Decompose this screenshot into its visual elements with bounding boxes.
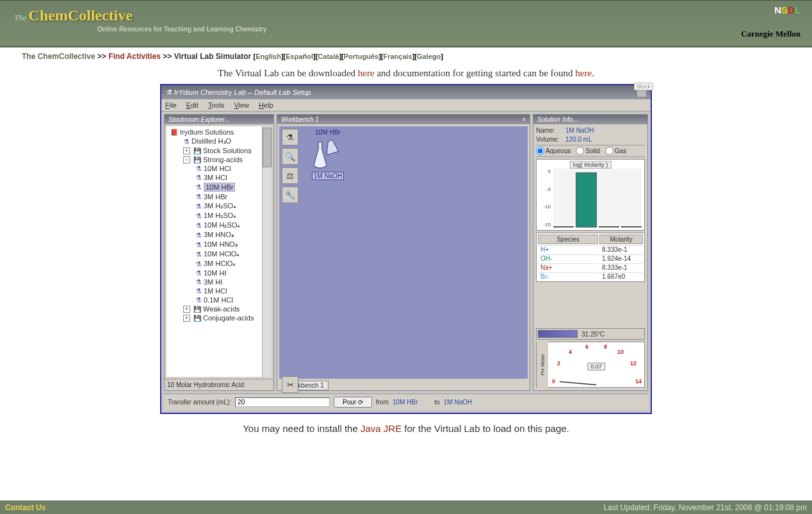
- temperature-value: 31.25°C: [581, 331, 605, 338]
- tree-item[interactable]: Distilled H₂O: [166, 137, 272, 146]
- language-switcher: [English][Español][Català][Português][Fr…: [254, 53, 444, 60]
- window-title: IrYdium Chemistry Lab -- Default Lab Set…: [174, 88, 311, 96]
- scroll-thumb[interactable]: [263, 128, 272, 167]
- lang-portugues[interactable]: Português: [344, 53, 378, 60]
- tool-new-flask[interactable]: ⚗: [282, 129, 298, 145]
- chart-bar: [621, 226, 642, 228]
- pour-button[interactable]: Pour ⟳: [334, 397, 372, 408]
- menu-edit[interactable]: Edit: [186, 101, 199, 109]
- intro-text: The Virtual Lab can be downloaded here a…: [0, 65, 812, 84]
- tree-acid-item[interactable]: 3M HClO₄: [166, 259, 272, 269]
- breadcrumb-current: Virtual Lab Simulator: [174, 52, 251, 61]
- flask-icon: [195, 165, 202, 172]
- close-icon[interactable]: ×: [522, 116, 526, 123]
- ph-meter-label: PH Meter: [537, 341, 548, 388]
- tree-acid-item[interactable]: 3M HNO₃: [166, 230, 272, 240]
- tree-acid-item[interactable]: 3M H₂SO₄: [166, 201, 272, 211]
- app-icon: ⚗: [165, 88, 172, 97]
- workbench-tabs: Workbench 1: [279, 381, 528, 390]
- titlebar: ⚗ IrYdium Chemistry Lab -- Default Lab S…: [161, 85, 651, 99]
- chart-bar: [599, 226, 619, 228]
- tool-settings[interactable]: 🔧: [282, 187, 298, 203]
- breadcrumb: The ChemCollective >> Find Activities >>…: [0, 47, 812, 65]
- tree-item[interactable]: −Strong-acids: [166, 155, 272, 164]
- tree-item[interactable]: +Stock Solutions: [166, 146, 272, 155]
- flask-icon: [195, 278, 202, 286]
- lang-catala[interactable]: Català: [318, 53, 339, 60]
- stockroom-status: 10 Molar Hydrobromic Acid: [165, 379, 273, 390]
- menu-file[interactable]: File: [165, 101, 177, 109]
- species-row: H+8.333e-1: [538, 245, 643, 253]
- solution-panel: Solution Info... Name:1M NaOH Volume:120…: [533, 114, 648, 391]
- tree-item[interactable]: +Conjugate-acids: [166, 313, 272, 322]
- flask-icon: [195, 174, 202, 181]
- tree-acid-item[interactable]: 3M HI: [166, 278, 272, 286]
- logo-subtitle: Online Resources for Teaching and Learni…: [97, 26, 812, 33]
- transfer-to[interactable]: 1M NaOH: [444, 399, 472, 406]
- tree-acid-item[interactable]: 10M HCl: [166, 164, 272, 173]
- tool-discard[interactable]: ✂: [282, 376, 298, 393]
- lang-galego[interactable]: Galego: [417, 53, 441, 60]
- tool-view[interactable]: 🔍: [282, 148, 298, 165]
- tree-acid-item[interactable]: 10M HClO₄: [166, 249, 272, 259]
- logo-prefix: The: [14, 13, 27, 22]
- chart-bar: [576, 172, 596, 228]
- tree-acid-item[interactable]: 1M HCl: [166, 286, 272, 295]
- tree-acid-item[interactable]: 0.1M HCl: [166, 295, 272, 304]
- tree-acid-item[interactable]: 10M HI: [166, 269, 272, 278]
- temperature-display: 31.25°C: [536, 328, 645, 340]
- transfer-amount-input[interactable]: [235, 397, 330, 407]
- tree-root[interactable]: Irydium Solutions: [166, 128, 272, 137]
- scrollbar[interactable]: [262, 126, 272, 377]
- lang-english[interactable]: English: [256, 53, 281, 60]
- flask-group[interactable]: 10M HBr 1M NaOH: [310, 129, 346, 180]
- phase-aqueous[interactable]: Aqueous: [536, 147, 571, 155]
- expand-icon[interactable]: +: [183, 306, 190, 313]
- logo: The ChemCollective Online Resources for …: [0, 1, 812, 33]
- tree-acid-item[interactable]: 10M HNO₃: [166, 240, 272, 249]
- disk-icon: [193, 147, 201, 154]
- tree-acid-item[interactable]: 3M HBr: [166, 192, 272, 201]
- menu-tools[interactable]: Tools: [208, 101, 225, 109]
- expand-icon[interactable]: +: [183, 315, 190, 322]
- tree-acid-item[interactable]: 3M HCl: [166, 173, 272, 182]
- tree-acid-item[interactable]: 10M H₂SO₄: [166, 220, 272, 230]
- transfer-from[interactable]: 10M HBr: [393, 399, 418, 406]
- chart-bar: [553, 226, 574, 228]
- flask-icon: [195, 251, 202, 258]
- tool-mix[interactable]: ⚖: [282, 167, 298, 184]
- block-badge[interactable]: Block: [634, 83, 653, 90]
- species-row: Na+8.333e-1: [538, 263, 643, 271]
- menu-help[interactable]: Help: [259, 101, 273, 109]
- nsdl-logo: NSDL: [774, 4, 800, 15]
- stockroom-panel: Stockroom Explorer... Irydium Solutions …: [164, 114, 274, 391]
- lang-francais[interactable]: Français: [383, 53, 412, 60]
- java-jre-link[interactable]: Java JRE: [361, 423, 402, 434]
- breadcrumb-root[interactable]: The ChemCollective: [22, 52, 95, 61]
- stockroom-tree[interactable]: Irydium Solutions Distilled H₂O +Stock S…: [166, 126, 272, 377]
- flask-label-2-selected[interactable]: 1M NaOH: [312, 172, 344, 180]
- workbench-panel: Workbench 1× ⚗ 🔍 ⚖ 🔧 ✂ 10M HBr 1M NaOH: [277, 114, 530, 391]
- tree-acid-item[interactable]: 1M H₂SO₄: [166, 211, 272, 220]
- flask-icon: [195, 231, 202, 239]
- phase-gas[interactable]: Gas: [605, 147, 626, 155]
- workbench-toolbar: ⚗ 🔍 ⚖ 🔧 ✂: [282, 129, 300, 395]
- solution-name: 1M NaOH: [565, 127, 594, 134]
- flask-icon: [195, 269, 202, 277]
- tree-acid-item[interactable]: 10M HBr: [166, 182, 272, 192]
- download-link[interactable]: here: [358, 68, 375, 78]
- collapse-icon[interactable]: −: [183, 156, 190, 163]
- species-table: SpeciesMolarity H+8.333e-1OH-1.924e-14Na…: [536, 233, 645, 282]
- chart-title: log( Molarity ): [570, 161, 612, 169]
- docs-link[interactable]: here: [575, 68, 592, 78]
- flask-label-1: 10M HBr: [310, 129, 346, 136]
- disk-icon: [193, 305, 201, 313]
- lang-espanol[interactable]: Español: [286, 53, 313, 60]
- phase-solid[interactable]: Solid: [576, 147, 599, 155]
- workbench-area[interactable]: ⚗ 🔍 ⚖ 🔧 ✂ 10M HBr 1M NaOH: [279, 126, 528, 379]
- tree-item[interactable]: +Weak-acids: [166, 304, 272, 313]
- menu-view[interactable]: View: [234, 101, 249, 109]
- expand-icon[interactable]: +: [183, 147, 190, 154]
- breadcrumb-find[interactable]: Find Activities: [108, 52, 161, 61]
- flask-icon: [195, 222, 202, 229]
